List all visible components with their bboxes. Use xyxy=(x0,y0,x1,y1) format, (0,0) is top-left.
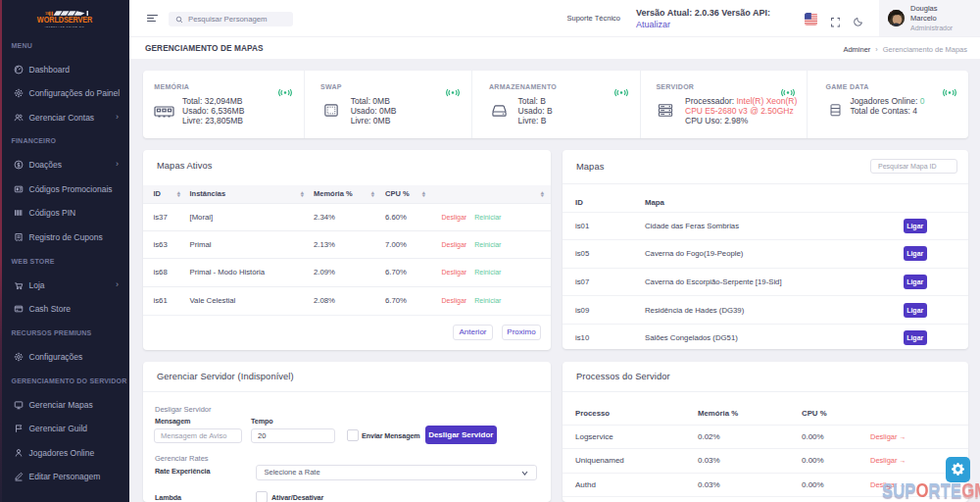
svg-text:WORLDSERVER: WORLDSERVER xyxy=(37,14,92,25)
svg-text:INTERFACE PRIME GM: INTERFACE PRIME GM xyxy=(45,25,85,28)
